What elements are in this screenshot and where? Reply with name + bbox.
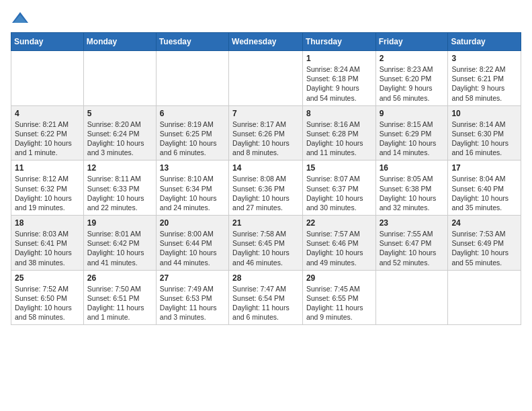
day-number: 23 xyxy=(380,218,445,228)
calendar-header-row: SundayMondayTuesdayWednesdayThursdayFrid… xyxy=(11,33,521,51)
calendar-cell: 12Sunrise: 8:11 AM Sunset: 6:33 PM Dayli… xyxy=(83,161,156,216)
day-number: 13 xyxy=(160,163,225,173)
day-number: 4 xyxy=(15,109,80,118)
header-thursday: Thursday xyxy=(302,33,375,51)
day-info: Sunrise: 8:15 AM Sunset: 6:29 PM Dayligh… xyxy=(380,120,445,158)
day-number: 6 xyxy=(160,109,225,118)
day-number: 27 xyxy=(160,273,225,283)
calendar-cell: 10Sunrise: 8:14 AM Sunset: 6:30 PM Dayli… xyxy=(448,105,521,161)
header-saturday: Saturday xyxy=(448,33,521,51)
calendar-cell: 21Sunrise: 7:58 AM Sunset: 6:45 PM Dayli… xyxy=(229,216,303,271)
day-number: 11 xyxy=(15,163,80,173)
day-info: Sunrise: 8:20 AM Sunset: 6:24 PM Dayligh… xyxy=(87,120,152,158)
day-info: Sunrise: 8:17 AM Sunset: 6:26 PM Dayligh… xyxy=(232,120,299,158)
day-number: 17 xyxy=(451,163,517,173)
calendar-cell: 2Sunrise: 8:23 AM Sunset: 6:20 PM Daylig… xyxy=(375,51,448,106)
day-number: 29 xyxy=(306,273,372,283)
calendar-cell xyxy=(11,51,84,106)
calendar-cell xyxy=(229,51,303,106)
calendar-cell: 17Sunrise: 8:04 AM Sunset: 6:40 PM Dayli… xyxy=(448,161,521,216)
day-info: Sunrise: 8:14 AM Sunset: 6:30 PM Dayligh… xyxy=(451,120,517,158)
calendar-cell: 6Sunrise: 8:19 AM Sunset: 6:25 PM Daylig… xyxy=(156,105,228,161)
calendar-cell xyxy=(156,51,228,106)
day-number: 8 xyxy=(306,109,372,118)
day-number: 12 xyxy=(87,163,152,173)
calendar-cell: 9Sunrise: 8:15 AM Sunset: 6:29 PM Daylig… xyxy=(375,105,448,161)
day-info: Sunrise: 8:01 AM Sunset: 6:42 PM Dayligh… xyxy=(87,229,152,267)
calendar-cell: 16Sunrise: 8:05 AM Sunset: 6:38 PM Dayli… xyxy=(375,161,448,216)
day-info: Sunrise: 8:12 AM Sunset: 6:32 PM Dayligh… xyxy=(15,174,80,212)
calendar-cell: 28Sunrise: 7:47 AM Sunset: 6:54 PM Dayli… xyxy=(229,270,303,325)
day-number: 15 xyxy=(306,163,372,173)
calendar-cell: 14Sunrise: 8:08 AM Sunset: 6:36 PM Dayli… xyxy=(229,161,303,216)
day-info: Sunrise: 8:19 AM Sunset: 6:25 PM Dayligh… xyxy=(160,120,225,158)
day-number: 26 xyxy=(87,273,152,283)
day-info: Sunrise: 8:22 AM Sunset: 6:21 PM Dayligh… xyxy=(451,64,517,103)
calendar-cell xyxy=(375,270,448,325)
calendar-cell: 20Sunrise: 8:00 AM Sunset: 6:44 PM Dayli… xyxy=(156,216,228,271)
calendar-cell xyxy=(83,51,156,106)
day-number: 20 xyxy=(160,218,225,228)
day-info: Sunrise: 7:50 AM Sunset: 6:51 PM Dayligh… xyxy=(87,284,152,322)
calendar-cell: 15Sunrise: 8:07 AM Sunset: 6:37 PM Dayli… xyxy=(302,161,375,216)
calendar-cell: 11Sunrise: 8:12 AM Sunset: 6:32 PM Dayli… xyxy=(11,161,84,216)
calendar-cell: 3Sunrise: 8:22 AM Sunset: 6:21 PM Daylig… xyxy=(448,51,521,106)
day-number: 9 xyxy=(380,109,445,118)
calendar-cell: 24Sunrise: 7:53 AM Sunset: 6:49 PM Dayli… xyxy=(448,216,521,271)
logo-icon xyxy=(11,11,30,26)
calendar-cell: 8Sunrise: 8:16 AM Sunset: 6:28 PM Daylig… xyxy=(302,105,375,161)
logo xyxy=(11,11,32,26)
calendar-week-row: 18Sunrise: 8:03 AM Sunset: 6:41 PM Dayli… xyxy=(11,216,521,271)
day-number: 2 xyxy=(380,54,445,63)
header-monday: Monday xyxy=(83,33,156,51)
day-number: 19 xyxy=(87,218,152,228)
header-tuesday: Tuesday xyxy=(156,33,228,51)
calendar-week-row: 1Sunrise: 8:24 AM Sunset: 6:18 PM Daylig… xyxy=(11,51,521,106)
day-number: 5 xyxy=(87,109,152,118)
day-info: Sunrise: 8:00 AM Sunset: 6:44 PM Dayligh… xyxy=(160,229,225,267)
header-sunday: Sunday xyxy=(11,33,84,51)
day-info: Sunrise: 8:23 AM Sunset: 6:20 PM Dayligh… xyxy=(380,64,445,103)
day-number: 18 xyxy=(15,218,80,228)
day-info: Sunrise: 7:58 AM Sunset: 6:45 PM Dayligh… xyxy=(232,229,299,267)
day-info: Sunrise: 7:47 AM Sunset: 6:54 PM Dayligh… xyxy=(232,284,299,322)
day-info: Sunrise: 7:55 AM Sunset: 6:47 PM Dayligh… xyxy=(380,229,445,267)
calendar-cell: 19Sunrise: 8:01 AM Sunset: 6:42 PM Dayli… xyxy=(83,216,156,271)
page-header xyxy=(11,11,521,26)
calendar-week-row: 25Sunrise: 7:52 AM Sunset: 6:50 PM Dayli… xyxy=(11,270,521,325)
day-info: Sunrise: 8:16 AM Sunset: 6:28 PM Dayligh… xyxy=(306,120,372,158)
day-info: Sunrise: 8:11 AM Sunset: 6:33 PM Dayligh… xyxy=(87,174,152,212)
day-number: 25 xyxy=(15,273,80,283)
calendar-cell: 18Sunrise: 8:03 AM Sunset: 6:41 PM Dayli… xyxy=(11,216,84,271)
day-number: 3 xyxy=(451,54,517,63)
day-info: Sunrise: 8:10 AM Sunset: 6:34 PM Dayligh… xyxy=(160,174,225,212)
header-wednesday: Wednesday xyxy=(229,33,303,51)
day-info: Sunrise: 8:08 AM Sunset: 6:36 PM Dayligh… xyxy=(232,174,299,212)
day-number: 1 xyxy=(306,54,372,63)
day-number: 22 xyxy=(306,218,372,228)
calendar-cell: 29Sunrise: 7:45 AM Sunset: 6:55 PM Dayli… xyxy=(302,270,375,325)
calendar-cell: 26Sunrise: 7:50 AM Sunset: 6:51 PM Dayli… xyxy=(83,270,156,325)
day-info: Sunrise: 7:57 AM Sunset: 6:46 PM Dayligh… xyxy=(306,229,372,267)
day-info: Sunrise: 8:03 AM Sunset: 6:41 PM Dayligh… xyxy=(15,229,80,267)
header-friday: Friday xyxy=(375,33,448,51)
calendar-cell: 22Sunrise: 7:57 AM Sunset: 6:46 PM Dayli… xyxy=(302,216,375,271)
day-number: 21 xyxy=(232,218,299,228)
day-number: 16 xyxy=(380,163,445,173)
day-number: 10 xyxy=(451,109,517,118)
calendar-week-row: 11Sunrise: 8:12 AM Sunset: 6:32 PM Dayli… xyxy=(11,161,521,216)
day-info: Sunrise: 7:52 AM Sunset: 6:50 PM Dayligh… xyxy=(15,284,80,322)
day-info: Sunrise: 8:04 AM Sunset: 6:40 PM Dayligh… xyxy=(451,174,517,212)
calendar-week-row: 4Sunrise: 8:21 AM Sunset: 6:22 PM Daylig… xyxy=(11,105,521,161)
day-info: Sunrise: 8:24 AM Sunset: 6:18 PM Dayligh… xyxy=(306,64,372,103)
calendar-cell: 13Sunrise: 8:10 AM Sunset: 6:34 PM Dayli… xyxy=(156,161,228,216)
calendar-cell: 7Sunrise: 8:17 AM Sunset: 6:26 PM Daylig… xyxy=(229,105,303,161)
day-info: Sunrise: 7:53 AM Sunset: 6:49 PM Dayligh… xyxy=(451,229,517,267)
day-number: 14 xyxy=(232,163,299,173)
calendar-cell: 25Sunrise: 7:52 AM Sunset: 6:50 PM Dayli… xyxy=(11,270,84,325)
calendar-cell: 27Sunrise: 7:49 AM Sunset: 6:53 PM Dayli… xyxy=(156,270,228,325)
day-number: 28 xyxy=(232,273,299,283)
calendar-cell: 23Sunrise: 7:55 AM Sunset: 6:47 PM Dayli… xyxy=(375,216,448,271)
calendar-cell: 4Sunrise: 8:21 AM Sunset: 6:22 PM Daylig… xyxy=(11,105,84,161)
day-info: Sunrise: 8:05 AM Sunset: 6:38 PM Dayligh… xyxy=(380,174,445,212)
